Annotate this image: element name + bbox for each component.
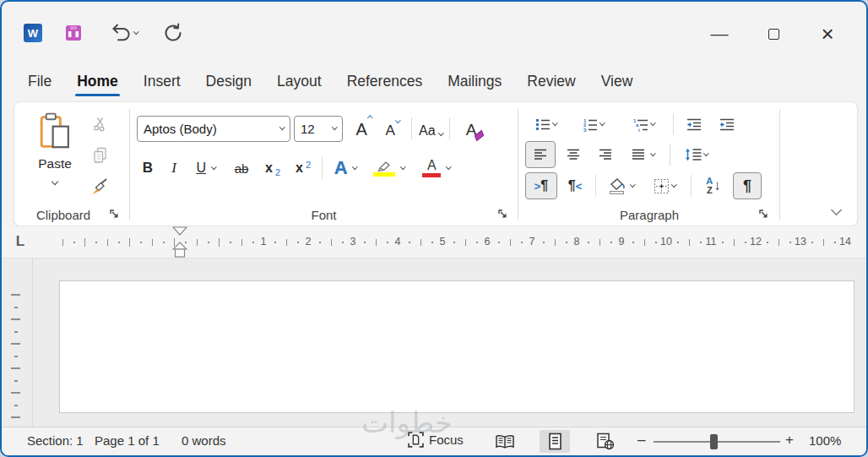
ruler-tick [62, 239, 63, 246]
redo-button[interactable] [162, 22, 184, 44]
clipboard-dialog-launcher[interactable] [109, 208, 121, 220]
paragraph-dialog-launcher[interactable] [758, 208, 770, 220]
tab-mailings[interactable]: Mailings [435, 64, 514, 98]
sort-button[interactable]: A Z ↓ [697, 172, 730, 199]
chevron-down-icon[interactable] [650, 150, 655, 155]
tab-insert[interactable]: Insert [131, 64, 193, 98]
tab-design[interactable]: Design [193, 64, 264, 98]
document-page[interactable] [59, 280, 854, 413]
ruler-tick [599, 239, 600, 246]
ltr-text-direction-button[interactable]: >¶ [525, 172, 557, 199]
undo-dropdown-chevron-icon[interactable] [133, 29, 138, 34]
bold-button[interactable]: B [135, 155, 160, 182]
align-left-button[interactable] [525, 141, 556, 168]
minimize-button[interactable]: — [692, 17, 746, 51]
chevron-down-icon[interactable] [650, 120, 655, 125]
ruler-tick [376, 239, 377, 246]
document-area[interactable] [2, 258, 866, 428]
ruler-tick [286, 239, 287, 246]
align-center-button[interactable] [559, 141, 588, 168]
format-painter-brush-icon [90, 177, 110, 196]
superscript-button[interactable]: x2 [289, 155, 317, 182]
chevron-down-icon[interactable] [211, 164, 216, 169]
section-indicator[interactable]: Section: 1 [27, 433, 84, 448]
first-line-indent-marker[interactable] [172, 226, 187, 236]
tab-view[interactable]: View [589, 64, 646, 98]
align-center-icon [567, 149, 580, 160]
font-name-value: Aptos (Body) [144, 122, 217, 136]
numbering-button[interactable]: 1 2 3 [571, 111, 616, 138]
hanging-indent-marker[interactable] [172, 242, 187, 258]
decrease-indent-button[interactable] [680, 111, 708, 138]
chevron-down-icon[interactable] [400, 164, 405, 169]
bullets-button[interactable] [525, 111, 567, 138]
chevron-down-icon[interactable] [703, 150, 708, 155]
shading-button[interactable] [602, 172, 641, 199]
web-layout-button[interactable] [590, 430, 621, 453]
zoom-slider-thumb[interactable] [710, 434, 718, 449]
font-size-value: 12 [301, 122, 315, 136]
tab-home[interactable]: Home [64, 64, 131, 98]
grow-font-button[interactable]: A [351, 115, 377, 142]
increase-indent-button[interactable] [712, 111, 742, 138]
zoom-in-button[interactable]: + [785, 432, 794, 449]
subscript-button[interactable]: x2 [258, 155, 287, 182]
ruler-tick [420, 239, 421, 246]
paste-button[interactable]: Paste [28, 109, 82, 200]
maximize-button[interactable] [746, 17, 800, 51]
show-hide-pilcrow-button[interactable]: ¶ [733, 172, 762, 199]
save-button[interactable] [64, 24, 83, 42]
chevron-down-icon[interactable] [279, 124, 285, 129]
tab-layout[interactable]: Layout [264, 64, 334, 98]
borders-button[interactable] [644, 172, 685, 199]
page-indicator[interactable]: Page 1 of 1 [95, 433, 160, 448]
font-dialog-launcher[interactable] [497, 208, 509, 220]
close-button[interactable]: × [800, 17, 854, 51]
chevron-down-icon[interactable] [352, 164, 357, 169]
font-color-button[interactable]: A [415, 155, 458, 182]
text-highlight-button[interactable] [366, 155, 413, 182]
word-count[interactable]: 0 words [182, 433, 226, 448]
vertical-ruler[interactable] [2, 258, 33, 428]
copy-button[interactable] [85, 144, 114, 167]
line-spacing-button[interactable] [676, 141, 717, 168]
chevron-down-icon[interactable] [446, 164, 451, 169]
clear-formatting-button[interactable]: A [456, 115, 486, 142]
focus-mode-button[interactable]: Focus [408, 432, 464, 448]
paste-dropdown-chevron-icon[interactable] [52, 178, 58, 185]
tab-stop-selector[interactable]: L [10, 231, 30, 252]
chevron-down-icon[interactable] [599, 120, 605, 125]
collapse-ribbon-button[interactable] [833, 202, 840, 217]
rtl-text-direction-button[interactable]: ¶< [561, 172, 589, 199]
zoom-percentage[interactable]: 100% [809, 433, 841, 448]
ruler-dot [811, 242, 813, 243]
zoom-out-button[interactable]: – [637, 432, 645, 449]
chevron-down-icon[interactable] [671, 182, 676, 187]
italic-button[interactable]: I [162, 155, 186, 182]
tab-file[interactable]: File [15, 64, 64, 98]
ruler-dot [453, 242, 455, 243]
tab-references[interactable]: References [334, 64, 436, 98]
chevron-down-icon[interactable] [332, 124, 337, 129]
font-name-combobox[interactable]: Aptos (Body) [137, 116, 290, 142]
font-size-combobox[interactable]: 12 [294, 116, 343, 142]
tab-review[interactable]: Review [514, 64, 588, 98]
format-painter-button[interactable] [85, 175, 114, 199]
underline-button[interactable]: U [187, 155, 225, 182]
chevron-down-icon[interactable] [630, 182, 635, 187]
text-effects-button[interactable]: A [327, 155, 364, 182]
read-mode-button[interactable] [490, 430, 520, 453]
shrink-font-button[interactable]: A [380, 115, 405, 142]
chevron-down-icon[interactable] [552, 120, 557, 125]
horizontal-ruler[interactable]: 1234567891011121314 [2, 226, 866, 258]
align-right-button[interactable] [591, 141, 620, 168]
strikethrough-button[interactable]: ab [226, 155, 257, 182]
justify-button[interactable] [623, 141, 664, 168]
print-layout-button[interactable] [540, 430, 570, 453]
cut-button[interactable] [85, 112, 114, 136]
bulleted-list-icon [535, 117, 551, 132]
change-case-button[interactable]: Aa [418, 115, 443, 142]
undo-button[interactable] [110, 23, 138, 43]
ruler-number: 8 [574, 236, 580, 248]
multilevel-list-button[interactable]: 1 a i [620, 111, 667, 138]
